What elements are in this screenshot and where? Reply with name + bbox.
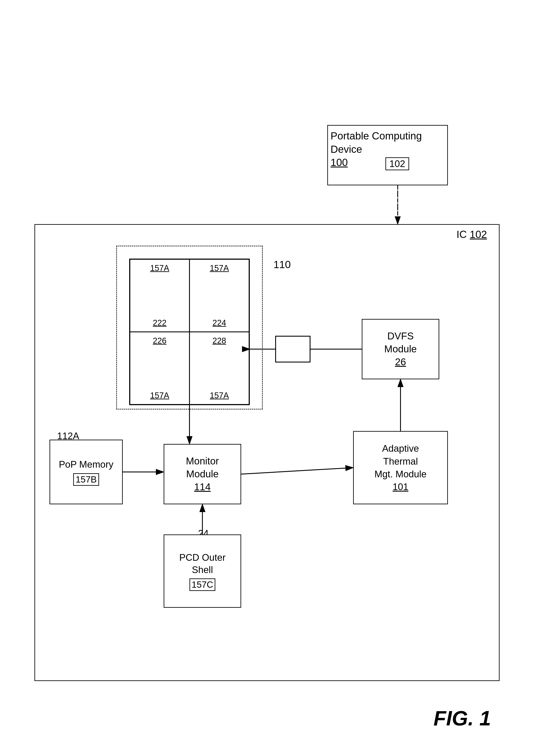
label-110: 110 xyxy=(273,258,291,270)
cpu-grid: 157A 222 157A 224 226 157A 228 157A xyxy=(129,258,250,405)
atm-label: Adaptive Thermal Mgt. Module 101 xyxy=(374,442,426,493)
atm-line1: Adaptive xyxy=(382,443,419,454)
cpu-br-top: 228 xyxy=(213,336,226,345)
ic-text: IC xyxy=(456,229,467,240)
dashed-connector xyxy=(397,185,398,229)
diagram-area: Portable Computing Device 100 102 IC 102… xyxy=(0,0,534,756)
pcd-text: Portable Computing Device xyxy=(331,129,422,156)
pcd-102-badge: 102 xyxy=(385,157,409,170)
atm-box: Adaptive Thermal Mgt. Module 101 xyxy=(353,431,448,504)
dvfs-label: DVFS Module 26 xyxy=(384,330,417,368)
cpu-tl-top: 157A xyxy=(150,263,169,273)
monitor-line1: Monitor xyxy=(186,455,219,467)
cpu-tr-top: 157A xyxy=(210,263,229,273)
monitor-box: Monitor Module 114 xyxy=(164,444,241,504)
fig-label: FIG. 1 xyxy=(433,706,491,730)
cpu-cell-br: 228 157A xyxy=(190,332,249,405)
cpu-bl-top: 226 xyxy=(153,336,166,345)
dvfs-box: DVFS Module 26 xyxy=(362,319,439,379)
cpu-cell-bl: 226 157A xyxy=(130,332,190,405)
shell-box: PCD OuterShell 157C xyxy=(164,534,241,608)
ic-label: IC 102 xyxy=(456,229,487,240)
atm-line3: Mgt. Module xyxy=(374,469,426,479)
pcd-number: 100 xyxy=(331,157,348,168)
monitor-line2: Module xyxy=(186,468,219,479)
monitor-number: 114 xyxy=(194,481,211,493)
cpu-bl-bot: 157A xyxy=(150,391,169,400)
cpu-cell-tr: 157A 224 xyxy=(190,259,249,332)
dvfs-line1: DVFS xyxy=(387,330,414,341)
cpu-tr-bot: 224 xyxy=(213,318,226,328)
dvfs-line2: Module xyxy=(384,343,417,355)
pop-label: PoP Memory xyxy=(59,458,114,471)
dvfs-number: 26 xyxy=(395,356,406,367)
monitor-label: Monitor Module 114 xyxy=(186,455,219,493)
cpu-br-bot: 157A xyxy=(210,391,229,400)
ic-number: 102 xyxy=(470,229,487,240)
atm-line2: Thermal xyxy=(383,456,418,467)
cpu-tl-bot: 222 xyxy=(153,318,166,328)
shell-badge: 157C xyxy=(190,579,215,591)
shell-label: PCD OuterShell xyxy=(179,551,225,576)
atm-number: 101 xyxy=(393,481,408,492)
pop-badge: 157B xyxy=(73,473,99,486)
pop-box: PoP Memory 157B xyxy=(50,440,123,504)
cpu-cell-tl: 157A 222 xyxy=(130,259,190,332)
